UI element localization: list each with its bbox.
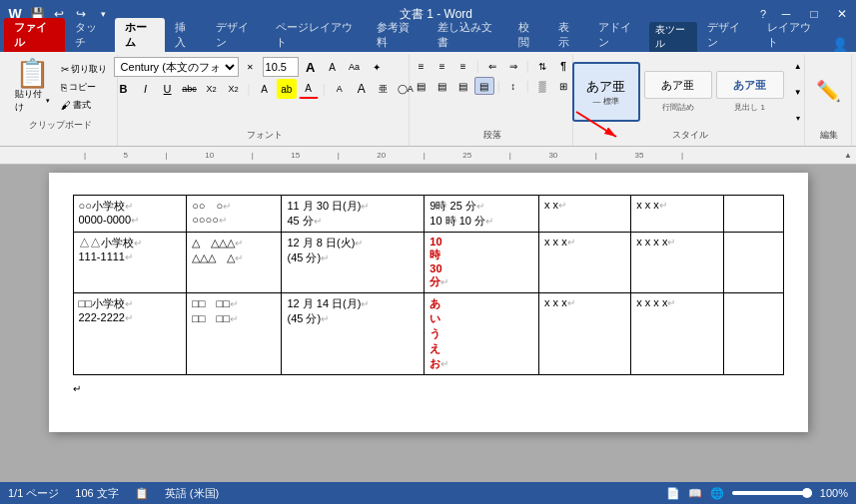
sort-button[interactable]: ⇅ — [532, 57, 552, 75]
phonetic-btn[interactable]: 亜 — [374, 79, 394, 99]
ruler-scroll-button[interactable]: ▲ — [840, 147, 856, 164]
ribbon-content: 📋 貼り付け▾ ✂切り取り ⎘コピー 🖌書式 クリップボード Century — [0, 52, 856, 147]
justify-button[interactable]: ▤ — [474, 77, 494, 95]
table-cell: x x↵ — [539, 196, 631, 233]
style-heading1-preview: あア亜 — [733, 78, 766, 93]
language: 英語 (米国) — [165, 486, 219, 501]
shading-button[interactable]: ▒ — [532, 77, 552, 95]
bullets-button[interactable]: ≡ — [412, 57, 431, 75]
text-highlight-button[interactable]: ab — [277, 79, 297, 99]
underline-button[interactable]: U — [158, 79, 178, 99]
font-size-input[interactable] — [263, 57, 299, 77]
table-cell: □□ □□↵ □□ □□↵ — [187, 293, 282, 375]
styles-more-button[interactable]: ▾ — [788, 109, 808, 127]
bold-button[interactable]: B — [114, 79, 134, 99]
table-cell: 11 月 30 日(月)↵ 45 分↵ — [282, 196, 425, 233]
table-tools-label: 表ツール — [649, 22, 697, 52]
tab-touch[interactable]: タッチ — [65, 18, 115, 52]
tab-addins[interactable]: アドイン — [588, 18, 649, 52]
zoom-slider[interactable] — [732, 491, 812, 495]
table-cell: △ △△△↵ △△△ △↵ — [187, 233, 282, 293]
table-cell — [723, 196, 783, 233]
change-case-icon[interactable]: Aa — [345, 57, 365, 77]
tab-file[interactable]: ファイル — [4, 18, 65, 52]
clipboard-group-label: クリップボード — [29, 117, 92, 134]
tab-page-layout[interactable]: ページレイアウト — [266, 18, 367, 52]
align-left-button[interactable]: ▤ — [412, 77, 431, 95]
view-read-icon[interactable]: 📖 — [688, 487, 702, 500]
style-line-spacing-preview: あア亜 — [661, 78, 694, 93]
user-avatar[interactable]: 👤 — [832, 37, 848, 52]
style-heading1-button[interactable]: あア亜 — [716, 71, 784, 99]
tab-design[interactable]: デザイン — [206, 18, 267, 52]
line-spacing-button[interactable]: ↕ — [503, 77, 523, 95]
text-effect-button[interactable]: A — [255, 79, 275, 99]
style-heading1-sublabel: 見出し 1 — [716, 102, 784, 113]
edit-icon-button[interactable]: ✏️ — [811, 76, 846, 106]
subscript-button[interactable]: X2 — [202, 79, 222, 99]
view-web-icon[interactable]: 🌐 — [710, 487, 724, 500]
table-cell: □□小学校↵ 222-2222↵ — [73, 293, 187, 375]
page-count: 1/1 ページ — [8, 486, 59, 501]
align-center-button[interactable]: ▤ — [432, 77, 452, 95]
tab-home[interactable]: ホーム — [115, 18, 165, 52]
status-right-area: 📄 📖 🌐 100% — [666, 487, 848, 500]
styles-scroll-up-button[interactable]: ▲ — [788, 57, 808, 75]
format-paint-button[interactable]: 🖌書式 — [57, 97, 111, 114]
tab-table-layout[interactable]: レイアウト — [757, 18, 828, 52]
tab-mailings[interactable]: 差し込み文書 — [428, 18, 508, 52]
increase-indent-button[interactable]: ⇒ — [503, 57, 523, 75]
font-grow-btn[interactable]: A — [352, 79, 372, 99]
copy-button[interactable]: ⎘コピー — [57, 79, 111, 96]
close-button[interactable]: ✕ — [828, 0, 856, 28]
multilevel-button[interactable]: ≡ — [453, 57, 473, 75]
tab-references[interactable]: 参考資料 — [367, 18, 428, 52]
style-line-spacing-sublabel: 行間詰め — [644, 102, 712, 113]
clear-formatting-icon[interactable]: ✦ — [367, 57, 387, 77]
tab-insert[interactable]: 挿入 — [165, 18, 205, 52]
show-hide-button[interactable]: ¶ — [553, 57, 573, 75]
document-area: ○○小学校↵ 0000-0000↵ ○○ ○↵ ○○○○↵ 11 月 30 日(… — [0, 165, 856, 482]
italic-button[interactable]: I — [136, 79, 156, 99]
borders-button[interactable]: ⊞ — [553, 77, 573, 95]
paragraph-group: ≡ ≡ ≡ | ⇐ ⇒ | ⇅ ¶ ▤ ▤ ▤ ▤ | ↕ | — [412, 55, 573, 146]
font-size-shrink-icon[interactable]: A — [323, 57, 343, 77]
word-count: 106 文字 — [75, 486, 118, 501]
font-name-clear-icon[interactable]: ✕ — [241, 57, 261, 77]
table-cell: ○○小学校↵ 0000-0000↵ — [73, 196, 187, 233]
font-size-grow-icon[interactable]: A — [301, 57, 321, 77]
styles-group-label: スタイル — [672, 127, 708, 144]
decrease-indent-button[interactable]: ⇐ — [482, 57, 502, 75]
table-cell: 12 月 14 日(月)↵ (45 分)↵ — [282, 293, 425, 375]
document-table: ○○小学校↵ 0000-0000↵ ○○ ○↵ ○○○○↵ 11 月 30 日(… — [73, 195, 784, 375]
tab-view[interactable]: 表示 — [548, 18, 588, 52]
table-cell: x x x x↵ — [631, 293, 723, 375]
numbering-button[interactable]: ≡ — [432, 57, 452, 75]
tab-table-design[interactable]: デザイン — [697, 18, 758, 52]
cut-icon: ✂ — [61, 64, 69, 75]
copy-icon: ⎘ — [61, 82, 67, 93]
font-color-button[interactable]: A — [299, 79, 319, 99]
view-print-icon[interactable]: 📄 — [666, 487, 680, 500]
table-cell: x x x↵ — [539, 233, 631, 293]
proofing-icon[interactable]: 📋 — [135, 487, 149, 500]
table-cell: x x x x↵ — [631, 233, 723, 293]
tab-review[interactable]: 校閲 — [508, 18, 548, 52]
format-paint-icon: 🖌 — [61, 100, 71, 111]
paste-button[interactable]: 📋 貼り付け▾ — [10, 57, 55, 117]
font-name-select[interactable]: Century (本文のフォント) — [114, 57, 239, 77]
style-standard-label: — 標準 — [592, 96, 618, 107]
font-shrink-btn[interactable]: A — [330, 79, 350, 99]
table-row: ○○小学校↵ 0000-0000↵ ○○ ○↵ ○○○○↵ 11 月 30 日(… — [73, 196, 783, 233]
superscript-button[interactable]: X2 — [224, 79, 244, 99]
style-standard-button[interactable]: あア亜 — 標準 — [572, 62, 640, 122]
align-right-button[interactable]: ▤ — [453, 77, 473, 95]
paragraph-mark: ↵ — [73, 383, 81, 394]
cut-button[interactable]: ✂切り取り — [57, 61, 111, 78]
style-line-spacing-button[interactable]: あア亜 — [644, 71, 712, 99]
zoom-level: 100% — [820, 487, 848, 499]
table-cell-red: あいうえお↵ — [425, 293, 539, 375]
table-cell: ○○ ○↵ ○○○○↵ — [187, 196, 282, 233]
styles-scroll-down-button[interactable]: ▼ — [788, 83, 808, 101]
strikethrough-button[interactable]: abc — [180, 79, 200, 99]
